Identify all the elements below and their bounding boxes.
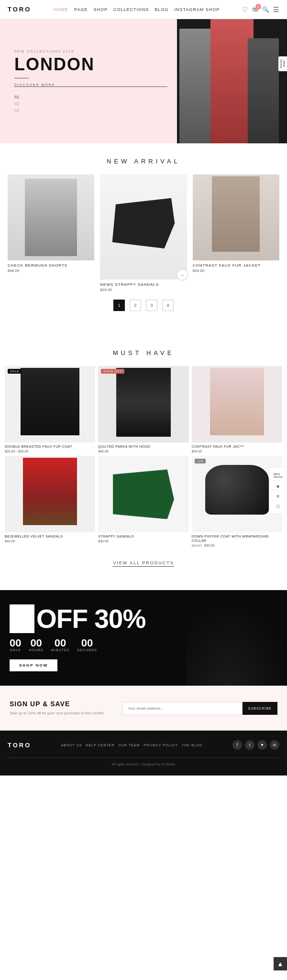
badge-sale: SALE — [8, 369, 22, 374]
footer-link-about[interactable]: ABOUT US — [61, 743, 82, 747]
must-have-image-1[interactable] — [5, 366, 95, 442]
newsletter-title: SIGN UP & SAVE — [10, 700, 113, 708]
page-btn-3[interactable]: 3 — [146, 300, 157, 311]
price-sale: $40.00 — [204, 544, 214, 547]
must-have-image-3[interactable] — [192, 366, 282, 442]
must-have-price-5: $40.00 — [98, 539, 188, 543]
footer-link-blog[interactable]: THE BLOG — [182, 743, 202, 747]
footer-link-team[interactable]: OUR TEAM — [118, 743, 140, 747]
page-btn-4[interactable]: 4 — [162, 300, 174, 311]
hero-slide-3[interactable]: 03 — [14, 108, 167, 113]
must-have-card-6: -1% DOWN PUFFER COAT WITH WRAPAROUND COL… — [192, 456, 282, 547]
newsletter-subscribe-button[interactable]: SUBSCRIBE — [243, 702, 277, 715]
badge-percent: -1% — [195, 459, 206, 463]
heart-icon[interactable]: ♥ — [257, 740, 267, 750]
footer-social: f t ♥ in — [232, 740, 279, 750]
view-all-link[interactable]: View all products — [113, 560, 174, 567]
side-panel-demos[interactable]: MoreDemos — [272, 470, 285, 480]
must-have-image-2[interactable] — [98, 366, 188, 442]
must-have-name-6: DOWN PUFFER COAT WITH WRAPAROUND COLLAR — [192, 534, 282, 543]
nav-shop[interactable]: SHOP — [93, 7, 108, 12]
product-name-2: NEWS STRAPPY SANDALS — [100, 282, 187, 287]
count-days-num: 00 — [10, 638, 21, 648]
must-have-name-3: CONTRAST FAUX FUR JAC*** — [192, 444, 282, 449]
hero-title: LONDON — [14, 56, 167, 73]
price-strike: $60.90 — [192, 544, 202, 547]
view-all: View all products — [5, 550, 282, 581]
must-have-image-6[interactable] — [192, 456, 282, 532]
shop-now-button[interactable]: SHOP NOW — [10, 659, 57, 671]
must-have-name-4: BEJEWELLED VELVET SANDALS — [5, 534, 95, 538]
nav-instagram[interactable]: INSTAGRAM SHOP — [174, 7, 220, 12]
countdown: 00 Days 00 Hours 00 Minutes 00 Seconds — [10, 638, 277, 652]
side-panel-dot[interactable]: ◉ — [272, 482, 285, 490]
newsletter-description: Sale up to 20% off for your next purchas… — [10, 711, 113, 716]
badge-sold: SOLD OUT — [101, 369, 124, 374]
must-have-card-5: STRAPPY SANDALS $40.00 — [98, 456, 188, 547]
must-have-grid-top: SALE DOUBLE-BREASTED FAUX FUR COAT $22.0… — [5, 366, 282, 453]
must-have-name-1: DOUBLE-BREASTED FAUX FUR COAT — [5, 444, 95, 449]
black-bag — [205, 465, 269, 515]
hero-image: MoreDemos — [177, 19, 287, 143]
must-have-image-4[interactable] — [5, 456, 95, 532]
twitter-icon[interactable]: t — [245, 740, 254, 750]
count-hours-label: Hours — [29, 648, 43, 652]
side-panel-menu[interactable]: ☰ — [272, 492, 285, 500]
search-icon[interactable]: 🔍 — [262, 6, 269, 13]
menu-icon[interactable]: ☰ — [273, 6, 279, 13]
nav-links: HOME PAGE SHOP COLLECTIONS BLOG INSTAGRA… — [54, 7, 220, 12]
cart-icon[interactable]: 🛍2 — [252, 6, 258, 13]
product-image-3[interactable] — [193, 174, 279, 260]
product-price-2: $29.00 — [100, 288, 187, 292]
nav-logo[interactable]: TORO — [8, 6, 31, 13]
newsletter-left: SIGN UP & SAVE Sale up to 20% off for yo… — [10, 700, 113, 716]
footer-link-privacy[interactable]: PRIVACY POLICY — [144, 743, 178, 747]
count-seconds: 00 Seconds — [77, 638, 97, 652]
hero-cta[interactable]: DISCOVER MORE — [14, 83, 167, 87]
must-have-section: MUST HAVE SALE DOUBLE-BREASTED FAUX FUR … — [0, 335, 287, 590]
facebook-icon[interactable]: f — [232, 740, 242, 750]
nav-blog[interactable]: BLOG — [155, 7, 168, 12]
newsletter-form: SUBSCRIBE — [122, 702, 277, 715]
footer-link-help[interactable]: HELP CENTER — [86, 743, 115, 747]
must-have-card-3: CONTRAST FAUX FUR JAC*** $40.00 — [192, 366, 282, 453]
side-panel-grid[interactable]: ⬜ — [272, 502, 285, 510]
nav-page[interactable]: PAGE — [74, 7, 88, 12]
wishlist-icon[interactable]: ♡ — [242, 6, 248, 13]
page-btn-2[interactable]: 2 — [130, 300, 141, 311]
must-have-image-5[interactable] — [98, 456, 188, 532]
more-demos-panel[interactable]: MoreDemos — [278, 56, 287, 71]
nav-home[interactable]: HOME — [54, 7, 68, 12]
footer-logo: TORO — [8, 742, 31, 749]
must-have-price-4: $40.00 — [5, 539, 95, 543]
product-card-1: CHECK BERMUDA SHORTS $36.00 — [5, 174, 97, 292]
product-arrow-2[interactable]: → — [177, 269, 188, 280]
floral-figure — [210, 368, 265, 435]
hero-slide-1[interactable]: 01 — [14, 95, 167, 99]
hero-divider — [14, 78, 29, 78]
hero-slide-2[interactable]: 02 — [14, 101, 167, 106]
count-minutes-label: Minutes — [51, 648, 70, 652]
page-btn-1[interactable]: 1 — [113, 300, 125, 311]
nav-collections[interactable]: COLLECTIONS — [113, 7, 149, 12]
product-image-1[interactable] — [8, 174, 94, 260]
hero-subtitle: NEW COLLECTIONS 2019 — [14, 50, 167, 53]
newsletter-email-input[interactable] — [122, 702, 243, 715]
figure-3 — [248, 38, 279, 143]
count-minutes: 00 Minutes — [51, 638, 70, 652]
promo-text: OFF 30% — [10, 604, 277, 633]
hero-section: NEW COLLECTIONS 2019 LONDON DISCOVER MOR… — [0, 19, 287, 143]
shoes-figure — [109, 192, 178, 255]
must-have-title: MUST HAVE — [5, 335, 282, 366]
count-days-label: Days — [10, 648, 21, 652]
footer: TORO ABOUT US HELP CENTER OUR TEAM PRIVA… — [0, 731, 287, 775]
promo-off-text: OFF 30% — [36, 606, 145, 632]
product-name-3: CONTRAST FAUX FUR JACKET — [193, 263, 279, 268]
promo-banner: OFF 30% 00 Days 00 Hours 00 Minutes 00 S… — [0, 590, 287, 686]
nav-icons: ♡ 🛍2 🔍 ☰ — [242, 6, 279, 13]
product-image-2[interactable] — [100, 174, 187, 280]
linkedin-icon[interactable]: in — [270, 740, 279, 750]
parka-figure — [116, 368, 171, 437]
must-have-card-1: SALE DOUBLE-BREASTED FAUX FUR COAT $22.0… — [5, 366, 95, 453]
footer-copyright: All rights reserved - Designed by IG Stu… — [8, 757, 279, 766]
